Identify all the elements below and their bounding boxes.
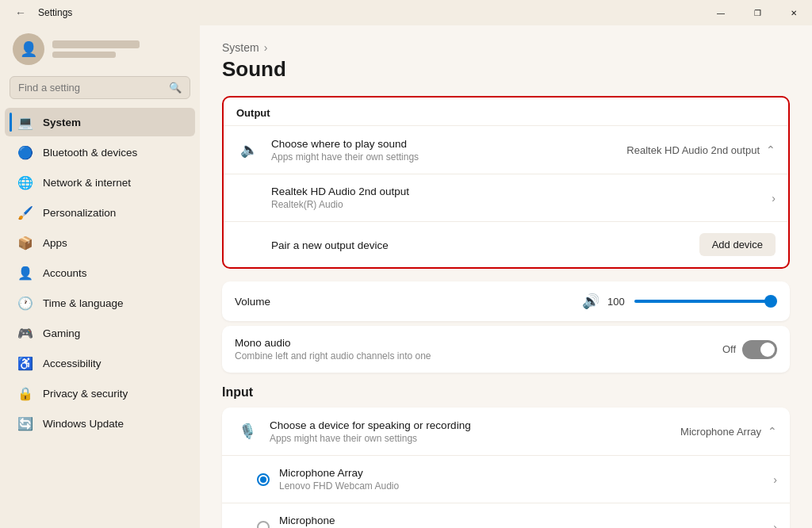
personalization-icon: 🖌️ — [17, 205, 33, 220]
input-section: 🎙️ Choose a device for speaking or recor… — [222, 407, 790, 528]
app-body: 👤 🔍 💻 System 🔵 Bluetooth & devices 🌐 Net… — [0, 25, 812, 528]
mono-toggle-wrap: Off — [722, 340, 777, 359]
realtek-sub: Realtek(R) Audio — [271, 199, 772, 210]
mono-text: Mono audio Combine left and right audio … — [235, 337, 722, 362]
search-input[interactable] — [18, 82, 163, 94]
gaming-icon: 🎮 — [17, 325, 33, 341]
maximize-button[interactable]: ❐ — [739, 0, 776, 25]
titlebar-left: ← Settings — [10, 2, 72, 24]
realtek-text: Realtek HD Audio 2nd output Realtek(R) A… — [271, 186, 772, 210]
close-button[interactable]: ✕ — [776, 0, 812, 25]
time-icon: 🕐 — [17, 295, 33, 311]
sidebar: 👤 🔍 💻 System 🔵 Bluetooth & devices 🌐 Net… — [0, 25, 200, 528]
breadcrumb: System › — [222, 41, 790, 54]
volume-icon: 🔊 — [582, 293, 599, 310]
mono-sub: Combine left and right audio channels in… — [235, 350, 722, 362]
choose-input-row[interactable]: 🎙️ Choose a device for speaking or recor… — [222, 407, 790, 455]
mic-text: Microphone Realtek(R) Audio — [279, 515, 773, 528]
sidebar-item-label: Accessibility — [43, 358, 102, 369]
microphone-icon: 🎙️ — [235, 419, 260, 444]
sidebar-item-update[interactable]: 🔄 Windows Update — [5, 409, 195, 438]
avatar: 👤 — [13, 33, 44, 65]
mic-array-text: Microphone Array Lenovo FHD Webcam Audio — [279, 467, 773, 492]
network-icon: 🌐 — [17, 174, 33, 190]
choose-input-text: Choose a device for speaking or recordin… — [270, 419, 680, 444]
pair-output-text: Pair a new output device — [271, 238, 699, 252]
pair-output-row[interactable]: Pair a new output device Add device — [224, 221, 788, 267]
sidebar-item-label: Windows Update — [43, 418, 124, 430]
user-profile: 👤 — [0, 25, 200, 76]
pair-output-label: Pair a new output device — [271, 239, 389, 251]
chevron-right-icon-3: › — [773, 521, 777, 529]
back-button[interactable]: ← — [10, 2, 32, 24]
sidebar-item-privacy[interactable]: 🔒 Privacy & security — [5, 379, 195, 407]
sidebar-item-network[interactable]: 🌐 Network & internet — [5, 168, 195, 197]
breadcrumb-separator: › — [264, 41, 268, 54]
output-section: Output 🔈 Choose where to play sound Apps… — [222, 96, 790, 269]
realtek-label: Realtek HD Audio 2nd output — [271, 186, 772, 197]
input-chevron-up-icon: ⌃ — [768, 425, 777, 438]
add-output-device-right: Add device — [699, 233, 776, 256]
choose-output-sub: Apps might have their own settings — [271, 151, 626, 163]
sidebar-item-label: Accounts — [43, 267, 87, 279]
bluetooth-icon: 🔵 — [17, 144, 33, 160]
sidebar-item-label: Network & internet — [43, 177, 131, 189]
update-icon: 🔄 — [17, 415, 33, 431]
content-area: System › Sound Output 🔈 Choose where to … — [200, 25, 812, 528]
privacy-icon: 🔒 — [17, 385, 33, 401]
mic-arrow: › — [773, 521, 777, 529]
volume-slider[interactable] — [634, 300, 777, 303]
minimize-button[interactable]: — — [703, 0, 739, 25]
mono-toggle[interactable] — [742, 340, 777, 359]
sidebar-item-label: Apps — [43, 237, 67, 249]
mic-array-arrow: › — [773, 473, 777, 486]
sidebar-item-apps[interactable]: 📦 Apps — [5, 228, 195, 257]
add-output-device-button[interactable]: Add device — [699, 233, 776, 256]
sidebar-item-accounts[interactable]: 👤 Accounts — [5, 258, 195, 287]
titlebar: ← Settings — ❐ ✕ — [0, 0, 812, 25]
page-title: Sound — [222, 57, 790, 82]
sidebar-item-label: Privacy & security — [43, 388, 128, 400]
user-email-placeholder — [52, 52, 116, 58]
chevron-right-icon-2: › — [773, 473, 777, 486]
sidebar-item-time[interactable]: 🕐 Time & language — [5, 289, 195, 317]
sidebar-item-label: Time & language — [43, 297, 124, 309]
input-section-title: Input — [222, 385, 790, 400]
search-box[interactable]: 🔍 — [10, 76, 190, 99]
radio-dot-empty — [257, 521, 270, 529]
mono-state-label: Off — [722, 343, 736, 355]
mic-array-sub: Lenovo FHD Webcam Audio — [279, 480, 773, 492]
toggle-knob — [760, 342, 775, 357]
microphone-row[interactable]: Microphone Realtek(R) Audio › — [222, 503, 790, 528]
microphone-array-row[interactable]: Microphone Array Lenovo FHD Webcam Audio… — [222, 455, 790, 503]
sidebar-item-gaming[interactable]: 🎮 Gaming — [5, 319, 195, 347]
accounts-icon: 👤 — [17, 265, 33, 281]
sidebar-item-system[interactable]: 💻 System — [5, 108, 195, 136]
breadcrumb-parent: System — [222, 41, 259, 54]
volume-label: Volume — [235, 296, 582, 308]
choose-output-text: Choose where to play sound Apps might ha… — [271, 138, 626, 163]
chevron-right-icon: › — [772, 192, 776, 205]
output-section-title: Output — [224, 98, 788, 125]
mono-label: Mono audio — [235, 337, 722, 349]
mic-label: Microphone — [279, 515, 773, 526]
sidebar-item-label: Bluetooth & devices — [43, 147, 137, 159]
apps-icon: 📦 — [17, 235, 33, 251]
realtek-device-row[interactable]: Realtek HD Audio 2nd output Realtek(R) A… — [224, 174, 788, 221]
sidebar-item-accessibility[interactable]: ♿ Accessibility — [5, 349, 195, 377]
chevron-up-icon: ⌃ — [766, 143, 776, 156]
sidebar-item-bluetooth[interactable]: 🔵 Bluetooth & devices — [5, 138, 195, 166]
radio-dot-filled — [257, 473, 270, 486]
sidebar-item-personalization[interactable]: 🖌️ Personalization — [5, 198, 195, 227]
volume-row: Volume 🔊 100 — [222, 281, 790, 321]
accessibility-icon: ♿ — [17, 355, 33, 371]
mono-audio-row: Mono audio Combine left and right audio … — [222, 326, 790, 373]
window-controls: — ❐ ✕ — [703, 0, 812, 25]
system-icon: 💻 — [17, 114, 33, 130]
choose-output-value: Realtek HD Audio 2nd output ⌃ — [626, 143, 776, 156]
sidebar-item-label: Gaming — [43, 327, 80, 339]
choose-input-sub: Apps might have their own settings — [270, 433, 680, 444]
choose-output-row[interactable]: 🔈 Choose where to play sound Apps might … — [224, 125, 788, 174]
sidebar-item-label: Personalization — [43, 207, 116, 219]
search-icon: 🔍 — [169, 82, 182, 94]
